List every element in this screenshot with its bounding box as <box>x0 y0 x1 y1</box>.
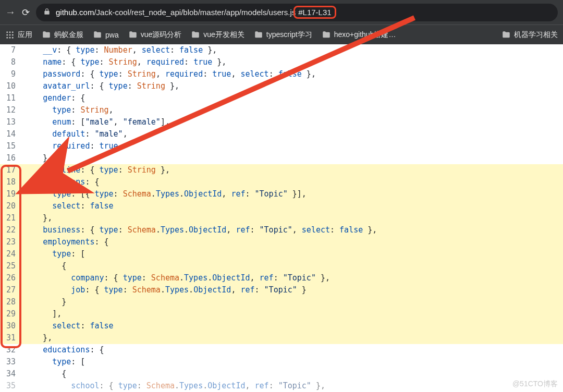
line-number[interactable]: 10 <box>0 80 24 92</box>
line-number[interactable]: 13 <box>0 116 24 128</box>
line-number[interactable]: 26 <box>0 272 24 284</box>
code-line[interactable]: 9 password: { type: String, required: tr… <box>0 68 563 80</box>
apps-button[interactable]: 应用 <box>5 30 32 40</box>
line-number[interactable]: 9 <box>0 68 24 80</box>
line-number[interactable]: 17 <box>0 164 24 176</box>
code-src: select: false <box>24 200 114 212</box>
svg-point-3 <box>6 34 8 35</box>
bookmarks-bar: 应用 蚂蚁金服 pwa vue源码分析 vue开发相关 typescript学习… <box>0 24 563 44</box>
padlock-icon <box>43 8 51 17</box>
url-input[interactable]: github.com/Jack-cool/rest_node_api/blob/… <box>36 4 558 21</box>
line-number[interactable]: 20 <box>0 200 24 212</box>
url-fragment-highlight: #L17-L31 <box>293 6 336 19</box>
code-line-highlighted[interactable]: 29 ], <box>0 308 563 320</box>
svg-point-4 <box>9 34 11 35</box>
line-number[interactable]: 34 <box>0 368 24 380</box>
bookmark-folder[interactable]: typescript学习 <box>254 30 312 40</box>
line-number[interactable]: 33 <box>0 356 24 368</box>
line-number[interactable]: 14 <box>0 128 24 140</box>
code-src: required: true <box>24 140 118 152</box>
bookmark-folder[interactable]: pwa <box>93 30 119 40</box>
line-number[interactable]: 25 <box>0 260 24 272</box>
line-number[interactable]: 22 <box>0 224 24 236</box>
code-src: __v: { type: Number, select: false }, <box>24 44 217 56</box>
code-line[interactable]: 11 gender: { <box>0 92 563 104</box>
reload-icon[interactable]: ⟳ <box>22 7 30 18</box>
bookmark-folder[interactable]: vue开发相关 <box>191 30 244 40</box>
code-line[interactable]: 13 enum: ["male", "female"], <box>0 116 563 128</box>
folder-icon <box>322 30 331 40</box>
line-number[interactable]: 35 <box>0 380 24 392</box>
code-line-highlighted[interactable]: 25 { <box>0 260 563 272</box>
code-src: default: "male", <box>24 128 128 140</box>
code-line[interactable]: 16 }, <box>0 152 563 164</box>
code-line-highlighted[interactable]: 26 company: { type: Schema.Types.ObjectI… <box>0 272 563 284</box>
line-number[interactable]: 30 <box>0 320 24 332</box>
code-line-highlighted[interactable]: 27 job: { type: Schema.Types.ObjectId, r… <box>0 284 563 296</box>
line-number[interactable]: 24 <box>0 248 24 260</box>
code-line-highlighted[interactable]: 17 headline: { type: String }, <box>0 164 563 176</box>
line-number[interactable]: 7 <box>0 44 24 56</box>
code-src: company: { type: Schema.Types.ObjectId, … <box>24 272 330 284</box>
code-line-highlighted[interactable]: 18 locations: { <box>0 176 563 188</box>
line-number[interactable]: 29 <box>0 308 24 320</box>
line-number[interactable]: 8 <box>0 56 24 68</box>
code-line-highlighted[interactable]: 21 }, <box>0 212 563 224</box>
code-src: type: [ <box>24 356 85 368</box>
line-number[interactable]: 31 <box>0 332 24 344</box>
bookmark-folder[interactable]: 机器学习相关 <box>501 30 558 40</box>
svg-point-5 <box>12 34 14 35</box>
code-line-highlighted[interactable]: 31 }, <box>0 332 563 344</box>
code-src: avatar_url: { type: String }, <box>24 80 179 92</box>
code-line[interactable]: 10 avatar_url: { type: String }, <box>0 80 563 92</box>
forward-icon[interactable]: → <box>5 6 16 18</box>
line-number[interactable]: 32 <box>0 344 24 356</box>
line-number[interactable]: 12 <box>0 104 24 116</box>
bookmark-label: 应用 <box>18 30 32 40</box>
code-src: ], <box>24 308 62 320</box>
bookmark-folder[interactable]: 蚂蚁金服 <box>42 30 83 40</box>
line-number[interactable]: 21 <box>0 212 24 224</box>
line-number[interactable]: 15 <box>0 140 24 152</box>
code-line-highlighted[interactable]: 20 select: false <box>0 200 563 212</box>
line-number[interactable]: 23 <box>0 236 24 248</box>
code-src: type: [ <box>24 248 85 260</box>
code-line[interactable]: 32 educations: { <box>0 344 563 356</box>
code-src: }, <box>24 152 52 164</box>
line-number[interactable]: 19 <box>0 188 24 200</box>
code-line[interactable]: 34 { <box>0 368 563 380</box>
code-line-highlighted[interactable]: 19 type: [{ type: Schema.Types.ObjectId,… <box>0 188 563 200</box>
code-line-highlighted[interactable]: 23 employments: { <box>0 236 563 248</box>
bookmark-folder[interactable]: vue源码分析 <box>128 30 182 40</box>
code-line-highlighted[interactable]: 22 business: { type: Schema.Types.Object… <box>0 224 563 236</box>
code-line[interactable]: 14 default: "male", <box>0 128 563 140</box>
folder-icon <box>93 30 102 40</box>
folder-icon <box>128 30 138 40</box>
code-line[interactable]: 35 school: { type: Schema.Types.ObjectId… <box>0 380 563 392</box>
code-line[interactable]: 33 type: [ <box>0 356 563 368</box>
line-number[interactable]: 11 <box>0 92 24 104</box>
line-number[interactable]: 18 <box>0 176 24 188</box>
code-line[interactable]: 8 name: { type: String, required: true }… <box>0 56 563 68</box>
code-viewer: 7 __v: { type: Number, select: false }, … <box>0 44 563 392</box>
code-src: business: { type: Schema.Types.ObjectId,… <box>24 224 377 236</box>
code-src: name: { type: String, required: true }, <box>24 56 226 68</box>
code-line[interactable]: 7 __v: { type: Number, select: false }, <box>0 44 563 56</box>
svg-point-0 <box>6 31 8 33</box>
code-src: } <box>24 296 66 308</box>
line-number[interactable]: 28 <box>0 296 24 308</box>
code-line-highlighted[interactable]: 24 type: [ <box>0 248 563 260</box>
folder-icon <box>501 30 511 40</box>
code-src: }, <box>24 212 52 224</box>
code-line-highlighted[interactable]: 30 select: false <box>0 320 563 332</box>
code-line[interactable]: 12 type: String, <box>0 104 563 116</box>
line-number[interactable]: 27 <box>0 284 24 296</box>
code-line-highlighted[interactable]: 28 } <box>0 296 563 308</box>
bookmark-folder[interactable]: hexo+github搭建… <box>322 30 396 40</box>
svg-point-2 <box>12 31 14 33</box>
bookmark-label: typescript学习 <box>266 30 312 40</box>
code-line[interactable]: 15 required: true <box>0 140 563 152</box>
line-number[interactable]: 16 <box>0 152 24 164</box>
svg-point-6 <box>6 36 8 38</box>
folder-icon <box>42 30 51 40</box>
